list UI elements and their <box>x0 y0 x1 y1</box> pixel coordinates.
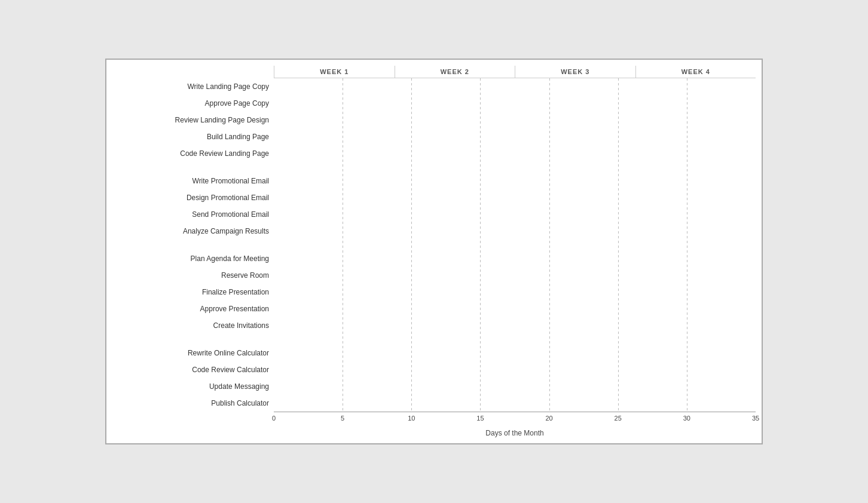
gantt-rows <box>274 78 756 412</box>
gantt-bar-row <box>274 112 756 128</box>
gantt-bar-row <box>274 206 756 223</box>
task-label-row: Design Promotional Email <box>112 189 274 206</box>
gantt-bar-row <box>274 173 756 189</box>
gantt-spacer <box>274 162 756 173</box>
week-label: WEEK 3 <box>515 66 635 78</box>
week-label: WEEK 2 <box>395 66 515 78</box>
task-label-text: Code Review Calculator <box>192 366 269 374</box>
chart-inner: WEEK 1WEEK 2WEEK 3WEEK 4 Write Landing P… <box>112 66 756 437</box>
task-label-text: Publish Calculator <box>211 399 269 407</box>
gantt-bar-row <box>274 395 756 412</box>
task-label-text: Finalize Presentation <box>202 288 269 296</box>
task-spacer <box>112 334 274 345</box>
task-label-row: Write Promotional Email <box>112 173 274 189</box>
task-label-row: Update Messaging <box>112 378 274 395</box>
week-label: WEEK 1 <box>274 66 395 78</box>
x-tick-label: 10 <box>408 415 415 422</box>
week-header: WEEK 1WEEK 2WEEK 3WEEK 4 <box>274 66 756 78</box>
x-tick-label: 0 <box>272 415 276 422</box>
task-label-row: Write Landing Page Copy <box>112 78 274 95</box>
task-label-text: Update Messaging <box>209 382 269 391</box>
task-label-text: Write Landing Page Copy <box>187 82 269 91</box>
gantt-spacer <box>274 240 756 250</box>
x-axis: 05101520253035 <box>274 412 756 427</box>
chart-body: Write Landing Page CopyApprove Page Copy… <box>112 78 756 412</box>
task-label-text: Build Landing Page <box>207 133 269 141</box>
task-label-row: Plan Agenda for Meeting <box>112 250 274 267</box>
task-label-text: Reserve Room <box>221 271 269 280</box>
task-label-row: Build Landing Page <box>112 128 274 145</box>
task-label-text: Review Landing Page Design <box>175 116 269 124</box>
gantt-bar-row <box>274 361 756 378</box>
task-label-row: Finalize Presentation <box>112 284 274 300</box>
task-spacer <box>112 162 274 173</box>
task-label-row: Reserve Room <box>112 267 274 284</box>
task-label-text: Approve Page Copy <box>205 99 269 108</box>
task-label-row: Code Review Calculator <box>112 361 274 378</box>
task-label-row: Code Review Landing Page <box>112 145 274 162</box>
gantt-bar-row <box>274 300 756 317</box>
gantt-spacer <box>274 334 756 345</box>
task-label-text: Approve Presentation <box>200 305 269 313</box>
x-tick-label: 15 <box>476 415 484 422</box>
gantt-bar-row <box>274 378 756 395</box>
task-label-row: Analyze Campaign Results <box>112 223 274 240</box>
task-label-row: Review Landing Page Design <box>112 112 274 128</box>
axis-title-text: Days of the Month <box>485 429 543 437</box>
gantt-bar-row <box>274 267 756 284</box>
gantt-bar-row <box>274 345 756 361</box>
gantt-bar-row <box>274 95 756 112</box>
task-label-text: Analyze Campaign Results <box>183 227 269 235</box>
x-tick-label: 5 <box>341 415 344 422</box>
task-label-text: Rewrite Online Calculator <box>188 349 269 357</box>
x-axis-title: Days of the Month <box>274 429 756 437</box>
task-label-row: Rewrite Online Calculator <box>112 345 274 361</box>
chart-container: WEEK 1WEEK 2WEEK 3WEEK 4 Write Landing P… <box>105 59 763 444</box>
task-label-row: Approve Presentation <box>112 300 274 317</box>
task-label-text: Plan Agenda for Meeting <box>191 254 269 263</box>
task-label-text: Send Promotional Email <box>192 210 269 219</box>
x-tick-label: 30 <box>683 415 690 422</box>
task-label-row: Create Invitations <box>112 317 274 334</box>
task-label-text: Create Invitations <box>213 321 269 330</box>
task-labels: Write Landing Page CopyApprove Page Copy… <box>112 78 274 412</box>
task-label-text: Write Promotional Email <box>192 177 269 185</box>
task-spacer <box>112 240 274 250</box>
gantt-bar-row <box>274 223 756 240</box>
task-label-row: Send Promotional Email <box>112 206 274 223</box>
x-tick-label: 25 <box>615 415 622 422</box>
gantt-bar-row <box>274 189 756 206</box>
task-label-text: Design Promotional Email <box>187 194 269 202</box>
gantt-bar-row <box>274 78 756 95</box>
gantt-bar-row <box>274 250 756 267</box>
x-tick-label: 20 <box>545 415 552 422</box>
x-axis-labels: 05101520253035 <box>274 415 756 427</box>
x-tick-label: 35 <box>752 415 759 422</box>
task-label-row: Approve Page Copy <box>112 95 274 112</box>
gantt-bar-row <box>274 317 756 334</box>
task-label-text: Code Review Landing Page <box>180 149 269 158</box>
task-label-row: Publish Calculator <box>112 395 274 412</box>
gantt-bar-row <box>274 128 756 145</box>
gantt-area <box>274 78 756 412</box>
gantt-bar-row <box>274 145 756 162</box>
week-label: WEEK 4 <box>635 66 756 78</box>
gantt-bar-row <box>274 284 756 300</box>
